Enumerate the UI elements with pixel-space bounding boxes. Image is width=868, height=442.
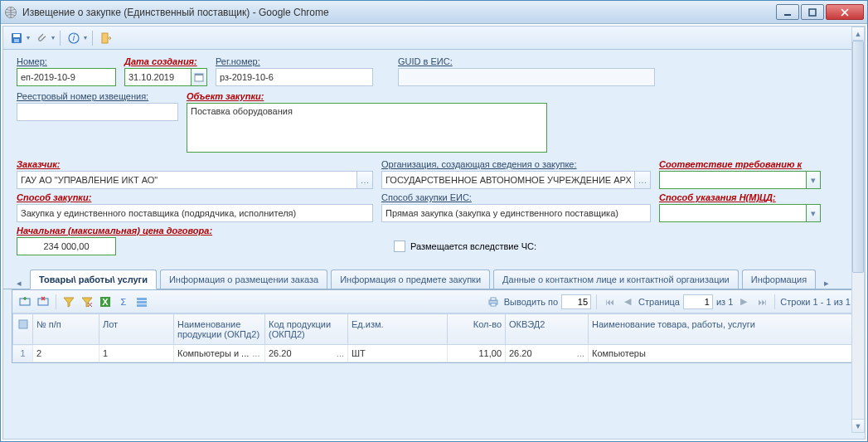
org-label: Организация, создающая сведения о закупк…: [381, 159, 651, 169]
svg-rect-5: [14, 39, 19, 42]
grid-last-page-icon[interactable]: ⏭: [754, 294, 769, 309]
org-lookup-icon[interactable]: …: [634, 171, 651, 189]
cell-lot[interactable]: 1: [99, 345, 174, 362]
grid-delete-icon[interactable]: [36, 294, 51, 309]
registry-no-input[interactable]: [17, 103, 178, 121]
grid-page-of: из 1: [716, 297, 733, 307]
number-label: Номер:: [17, 56, 116, 66]
ellipsis-icon[interactable]: ...: [249, 348, 259, 358]
ellipsis-icon[interactable]: ...: [333, 348, 344, 358]
scroll-down-icon[interactable]: ▼: [852, 419, 864, 432]
scroll-up-icon[interactable]: ▲: [852, 27, 864, 41]
nmcd-select[interactable]: [659, 204, 806, 222]
tab-scroll-right-icon[interactable]: ▸: [819, 278, 834, 289]
attach-dropdown-icon[interactable]: ▾: [51, 34, 55, 41]
grid-header-rowselector[interactable]: [13, 314, 33, 345]
grid-first-page-icon[interactable]: ⏮: [602, 294, 617, 309]
attach-icon[interactable]: [33, 30, 50, 46]
grid-showby-input[interactable]: [561, 294, 591, 309]
grid-panel: X Σ Выводить по ⏮ ◀ Страница из 1 ▶: [12, 289, 856, 363]
grid-next-page-icon[interactable]: ▶: [736, 294, 751, 309]
grid-clear-filter-icon[interactable]: [80, 294, 95, 309]
guid-label: GUID в ЕИС:: [398, 56, 655, 66]
number-input[interactable]: [17, 68, 116, 86]
info-icon[interactable]: i: [65, 30, 82, 46]
tab-information[interactable]: Информация: [742, 270, 816, 289]
create-date-label: Дата создания:: [124, 56, 207, 66]
cell-unit[interactable]: ШТ: [348, 345, 448, 362]
grid-header-npp[interactable]: № п/п: [33, 314, 99, 345]
svg-text:Σ: Σ: [121, 297, 127, 307]
window-close-button[interactable]: [826, 4, 864, 20]
reg-number-label: Рег.номер:: [216, 56, 373, 66]
guid-input[interactable]: [398, 68, 655, 86]
customer-lookup-icon[interactable]: …: [356, 171, 373, 189]
cell-npp[interactable]: 2: [33, 345, 99, 362]
cell-product-name[interactable]: Компьютеры: [589, 345, 856, 362]
object-input[interactable]: Поставка оборудования: [187, 103, 547, 153]
price-label: Начальная (максимальная) цена договора:: [17, 226, 249, 236]
svg-rect-4: [13, 34, 20, 37]
cell-name-okpd2[interactable]: Компьютеры и ......: [174, 345, 265, 362]
grid-prev-page-icon[interactable]: ◀: [620, 294, 635, 309]
grid-header-unit[interactable]: Ед.изм.: [348, 314, 448, 345]
vertical-scrollbar[interactable]: ▲ ▼: [851, 27, 865, 433]
grid-header-code-okpd2[interactable]: Код продукции (ОКПД2): [265, 314, 348, 345]
grid-filter-icon[interactable]: [61, 294, 76, 309]
cell-qty[interactable]: 11,00: [448, 345, 506, 362]
save-icon[interactable]: [8, 30, 25, 46]
grid-print-icon[interactable]: [486, 294, 501, 309]
grid-header-qty[interactable]: Кол-во: [448, 314, 506, 345]
tab-scroll-left-icon[interactable]: ◂: [12, 278, 27, 289]
grid-showby-label: Выводить по: [504, 297, 558, 307]
grid-header-name-okpd2[interactable]: Наименование продукции (ОКПд2): [174, 314, 265, 345]
cell-okved2[interactable]: 26.20...: [506, 345, 589, 362]
compliance-select[interactable]: [659, 171, 806, 189]
chs-checkbox[interactable]: [394, 240, 405, 252]
method-input[interactable]: [17, 204, 373, 222]
export-icon[interactable]: [98, 30, 114, 46]
grid-header-okved2[interactable]: ОКВЭД2: [506, 314, 589, 345]
svg-rect-18: [137, 304, 147, 307]
cell-code-okpd2[interactable]: 26.20...: [265, 345, 348, 362]
tab-subject-info[interactable]: Информация о предмете закупки: [331, 270, 490, 289]
svg-rect-21: [491, 304, 496, 306]
customer-label: Заказчик:: [17, 159, 373, 169]
grid-page-label: Страница: [638, 297, 680, 307]
scroll-thumb[interactable]: [852, 41, 864, 273]
tab-goods[interactable]: Товары\ работы\ услуги: [30, 270, 157, 289]
method-eis-input[interactable]: [381, 204, 651, 222]
price-input[interactable]: [17, 237, 116, 255]
table-row[interactable]: 1 2 1 Компьютеры и ...... 26.20... ШТ 11…: [13, 345, 856, 362]
info-dropdown-icon[interactable]: ▾: [84, 34, 87, 41]
tab-placement-info[interactable]: Информация о размещении заказа: [160, 270, 327, 289]
method-label: Способ закупки:: [17, 192, 373, 202]
calendar-icon[interactable]: [191, 68, 207, 86]
reg-number-input[interactable]: [216, 68, 373, 86]
svg-rect-22: [19, 320, 27, 328]
save-dropdown-icon[interactable]: ▾: [27, 34, 30, 41]
grid-add-icon[interactable]: [17, 294, 32, 309]
svg-text:X: X: [102, 297, 109, 307]
org-input[interactable]: [381, 171, 634, 189]
grid-settings-icon[interactable]: [134, 294, 149, 309]
grid-header-lot[interactable]: Лот: [99, 314, 174, 345]
grid-excel-icon[interactable]: X: [98, 294, 113, 309]
svg-rect-20: [491, 298, 496, 300]
compliance-dropdown-icon[interactable]: ▾: [806, 171, 821, 189]
nmcd-dropdown-icon[interactable]: ▾: [806, 204, 821, 222]
nmcd-label: Способ указания Н(М)ЦД:: [659, 192, 821, 202]
svg-rect-16: [137, 298, 147, 300]
object-label: Объект закупки:: [187, 91, 547, 101]
tab-contact-info[interactable]: Данные о контактном лице и контактной ор…: [493, 270, 739, 289]
grid-sum-icon[interactable]: Σ: [116, 294, 131, 309]
svg-rect-2: [809, 9, 816, 16]
window-maximize-button[interactable]: [801, 4, 824, 20]
customer-input[interactable]: [17, 171, 356, 189]
grid-header-product-name[interactable]: Наименование товара, работы, услуги: [589, 314, 856, 345]
grid-page-input[interactable]: [683, 294, 713, 309]
grid-toolbar: X Σ Выводить по ⏮ ◀ Страница из 1 ▶: [12, 290, 856, 313]
window-minimize-button[interactable]: [776, 4, 799, 20]
ellipsis-icon[interactable]: ...: [574, 348, 584, 358]
create-date-input[interactable]: [124, 68, 191, 86]
